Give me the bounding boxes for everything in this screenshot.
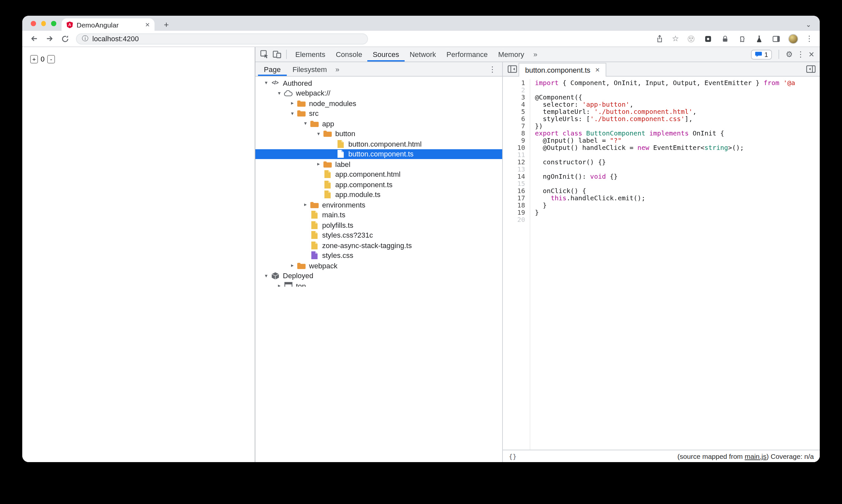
- dark-extension-icon[interactable]: [703, 34, 713, 43]
- editor-tab[interactable]: button.component.ts ✕: [519, 63, 606, 76]
- disclosure-arrow-icon[interactable]: ▾: [275, 88, 284, 98]
- line-number[interactable]: 4: [503, 101, 525, 108]
- line-number[interactable]: 16: [503, 187, 525, 194]
- browser-tab[interactable]: A DemoAngular ✕: [61, 18, 155, 31]
- increment-button[interactable]: +: [30, 55, 38, 64]
- forward-button[interactable]: [44, 34, 54, 43]
- tab-search-chevron-icon[interactable]: ⌄: [806, 21, 811, 28]
- line-number[interactable]: 19: [503, 209, 525, 216]
- devtools-tab-network[interactable]: Network: [404, 47, 441, 61]
- inspect-element-icon[interactable]: [258, 49, 270, 60]
- disclosure-arrow-icon[interactable]: ▸: [275, 281, 284, 287]
- tree-item[interactable]: ▾src: [255, 108, 502, 119]
- devtools-tab-performance[interactable]: Performance: [441, 47, 493, 61]
- disclosure-arrow-icon[interactable]: ▸: [288, 98, 297, 108]
- code-content[interactable]: import { Component, OnInit, Input, Outpu…: [530, 79, 820, 450]
- tree-item[interactable]: ▾webpack://: [255, 88, 502, 98]
- line-number[interactable]: 18: [503, 202, 525, 209]
- side-panel-icon[interactable]: [771, 34, 781, 43]
- tree-item[interactable]: polyfills.ts: [255, 220, 502, 230]
- line-number[interactable]: 1: [503, 79, 525, 86]
- tree-item[interactable]: app.module.ts: [255, 190, 502, 200]
- line-number[interactable]: 20: [503, 216, 525, 223]
- zoom-window-button[interactable]: [51, 21, 56, 26]
- disclosure-arrow-icon[interactable]: ▾: [262, 271, 270, 281]
- flask-extension-icon[interactable]: [754, 34, 764, 43]
- line-number[interactable]: 6: [503, 115, 525, 122]
- close-window-button[interactable]: [31, 21, 36, 26]
- line-number[interactable]: 10: [503, 144, 525, 151]
- disclosure-arrow-icon[interactable]: ▸: [314, 159, 323, 169]
- disclosure-arrow-icon[interactable]: ▾: [314, 129, 323, 139]
- extensions-puzzle-icon[interactable]: [737, 34, 747, 43]
- line-number[interactable]: 13: [503, 166, 525, 173]
- tree-item[interactable]: ▸environments: [255, 200, 502, 210]
- disclosure-arrow-icon[interactable]: ▾: [288, 109, 297, 119]
- tree-item[interactable]: ▾Deployed: [255, 271, 502, 281]
- settings-gear-icon[interactable]: ⚙: [786, 50, 793, 58]
- line-number[interactable]: 12: [503, 158, 525, 166]
- devtools-menu-icon[interactable]: ⋮: [797, 50, 805, 58]
- tree-item[interactable]: button.component.ts: [255, 149, 502, 159]
- device-toolbar-icon[interactable]: [271, 49, 283, 60]
- tree-item[interactable]: ▸webpack: [255, 260, 502, 271]
- address-bar[interactable]: ⓘ localhost:4200: [76, 33, 368, 44]
- editor-tab-close-icon[interactable]: ✕: [595, 67, 600, 73]
- tree-item[interactable]: ▸top: [255, 281, 502, 287]
- line-number[interactable]: 5: [503, 108, 525, 115]
- tree-item[interactable]: ▾</>Authored: [255, 78, 502, 88]
- devtools-tab-sources[interactable]: Sources: [367, 47, 404, 61]
- toggle-debugger-sidebar-icon[interactable]: [804, 62, 817, 76]
- line-number[interactable]: 9: [503, 137, 525, 144]
- tree-item[interactable]: styles.css?231c: [255, 230, 502, 240]
- devtools-tab-console[interactable]: Console: [330, 47, 368, 61]
- disclosure-arrow-icon[interactable]: ▸: [301, 200, 310, 210]
- mask-extension-icon[interactable]: [686, 34, 696, 43]
- navigator-tab-page[interactable]: Page: [258, 62, 286, 76]
- tree-item[interactable]: styles.css: [255, 250, 502, 260]
- line-number[interactable]: 11: [503, 151, 525, 158]
- tree-item[interactable]: ▸node_modules: [255, 98, 502, 108]
- share-icon[interactable]: [655, 34, 665, 43]
- tree-item[interactable]: button.component.html: [255, 139, 502, 149]
- more-panels-icon[interactable]: »: [530, 50, 540, 58]
- line-number[interactable]: 2: [503, 86, 525, 94]
- devtools-close-icon[interactable]: ✕: [809, 50, 814, 58]
- tree-item[interactable]: ▾app: [255, 119, 502, 129]
- console-message-badge[interactable]: 1: [751, 50, 772, 59]
- devtools-tab-elements[interactable]: Elements: [290, 47, 330, 61]
- code-area[interactable]: 1234567891011121314151617181920 import {…: [503, 76, 820, 450]
- more-navigator-tabs-icon[interactable]: »: [333, 65, 342, 73]
- tree-item[interactable]: main.ts: [255, 210, 502, 220]
- navigator-tab-filesystem[interactable]: Filesystem: [286, 62, 333, 76]
- tree-item[interactable]: zone-async-stack-tagging.ts: [255, 240, 502, 250]
- navigator-menu-icon[interactable]: ⋮: [488, 65, 500, 74]
- new-tab-button[interactable]: +: [161, 19, 172, 30]
- line-number[interactable]: 3: [503, 94, 525, 101]
- tree-item[interactable]: app.component.html: [255, 169, 502, 179]
- line-number[interactable]: 15: [503, 180, 525, 187]
- tree-item[interactable]: ▾button: [255, 129, 502, 139]
- tree-item[interactable]: app.component.ts: [255, 179, 502, 190]
- disclosure-arrow-icon[interactable]: ▸: [288, 261, 297, 271]
- line-number[interactable]: 7: [503, 122, 525, 130]
- toggle-navigator-icon[interactable]: [505, 62, 519, 76]
- line-number-gutter[interactable]: 1234567891011121314151617181920: [503, 79, 530, 450]
- devtools-tab-memory[interactable]: Memory: [493, 47, 530, 61]
- source-map-link[interactable]: main.js: [745, 452, 767, 460]
- line-number[interactable]: 14: [503, 173, 525, 180]
- tab-close-icon[interactable]: ✕: [145, 21, 150, 28]
- back-button[interactable]: [29, 34, 39, 43]
- line-number[interactable]: 17: [503, 194, 525, 202]
- tree-item[interactable]: ▸label: [255, 159, 502, 169]
- bookmark-star-icon[interactable]: ☆: [672, 35, 679, 42]
- reload-button[interactable]: [60, 34, 70, 43]
- lock-extension-icon[interactable]: [720, 34, 730, 43]
- minimize-window-button[interactable]: [41, 21, 46, 26]
- pretty-print-button[interactable]: {}: [509, 453, 517, 460]
- profile-avatar[interactable]: [788, 34, 798, 43]
- site-info-icon[interactable]: ⓘ: [82, 35, 88, 42]
- browser-menu-icon[interactable]: ⋮: [805, 35, 813, 42]
- decrement-button[interactable]: -: [47, 55, 55, 64]
- disclosure-arrow-icon[interactable]: ▾: [262, 78, 270, 88]
